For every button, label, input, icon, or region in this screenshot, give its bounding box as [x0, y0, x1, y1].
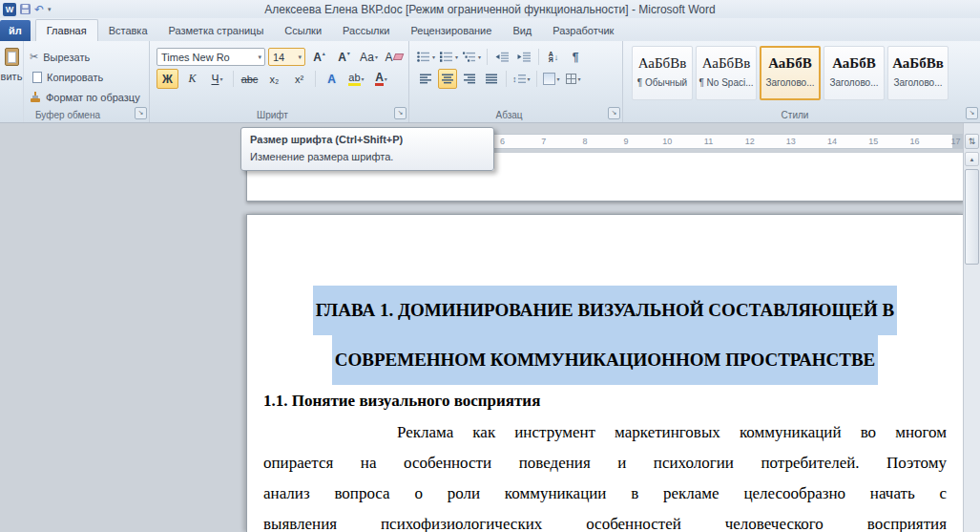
change-case-glyph: Аа — [360, 51, 374, 64]
text-effects-button[interactable]: А — [321, 69, 343, 89]
style-preview: АаБбВв — [702, 53, 751, 73]
multilevel-list-button[interactable]: ▾ — [462, 47, 482, 67]
align-center-button[interactable] — [438, 69, 457, 89]
font-dialog-launcher[interactable]: ↘ — [394, 107, 407, 119]
style-preview: АаБбВ — [832, 53, 876, 73]
text-highlight-button[interactable]: ab ▾ — [345, 69, 367, 89]
shrink-font-button[interactable]: А ▾ — [333, 47, 355, 67]
italic-button[interactable]: К — [181, 69, 203, 89]
scissors-icon: ✂ — [30, 51, 38, 63]
numbering-button[interactable]: ▾ — [439, 47, 459, 67]
style-heading1[interactable]: АаБбВ Заголово... — [760, 46, 821, 100]
show-paragraph-marks-button[interactable]: ¶ — [566, 47, 585, 67]
ruler-number: 15 — [853, 137, 894, 146]
decrease-indent-icon — [495, 52, 509, 62]
tab-home[interactable]: Главная — [35, 19, 98, 42]
chevron-down-icon: ▾ — [219, 75, 222, 82]
chevron-down-icon[interactable]: ▾ — [298, 53, 302, 61]
titlebar: W ↶ ▾ Алексеева Елена ВКР.doc [Режим огр… — [0, 0, 980, 18]
change-case-button[interactable]: Аа ▾ — [358, 47, 380, 67]
tab-references[interactable]: Ссылки — [274, 20, 332, 41]
style-preview: АаБбВ — [768, 53, 812, 73]
grow-font-button[interactable]: А ▴ — [308, 47, 330, 67]
style-heading3[interactable]: АаБбВв Заголово... — [887, 46, 949, 100]
strikethrough-button[interactable]: abc — [239, 69, 261, 89]
font-color-button[interactable]: А ▾ — [370, 69, 392, 89]
copy-label: Копировать — [47, 72, 103, 83]
justify-button[interactable] — [482, 69, 501, 89]
bold-button[interactable]: Ж — [156, 69, 178, 89]
styles-dialog-launcher[interactable]: ↘ — [966, 107, 978, 119]
sort-icon: АЯ — [549, 52, 553, 63]
align-right-icon — [464, 74, 476, 84]
grow-font-glyph: А — [313, 51, 322, 64]
clipboard-dialog-launcher[interactable]: ↘ — [135, 107, 147, 119]
chevron-down-icon: ▾ — [455, 53, 458, 60]
bullets-button[interactable]: ▾ — [416, 47, 436, 67]
align-right-button[interactable] — [460, 69, 479, 89]
ruler-number: 8 — [564, 137, 605, 146]
tab-file[interactable]: йл — [0, 20, 31, 41]
paste-label: вить — [1, 71, 23, 82]
clear-formatting-button[interactable]: А — [383, 47, 405, 67]
superscript-button[interactable]: x² — [288, 69, 310, 89]
chevron-down-icon: ▾ — [432, 53, 435, 60]
chevron-down-icon[interactable]: ▾ — [258, 53, 261, 61]
tab-developer[interactable]: Разработчик — [542, 20, 624, 41]
save-button[interactable] — [20, 4, 31, 14]
line-spacing-button[interactable]: ↕ ▾ — [511, 69, 532, 89]
paragraph-dialog-launcher[interactable]: ↘ — [608, 107, 620, 119]
styles-group: АаБбВв ¶ Обычный АаБбВв ¶ No Spaci... Аа… — [623, 41, 980, 122]
tab-review[interactable]: Рецензирование — [400, 20, 502, 41]
shrink-font-glyph: А — [338, 51, 346, 64]
align-left-button[interactable] — [416, 69, 435, 89]
font-family-select[interactable]: Times New Ro ▾ — [156, 48, 265, 66]
qat-customize-button[interactable]: ▾ — [48, 3, 52, 16]
copy-button[interactable]: Копировать — [30, 69, 140, 85]
word-app-icon[interactable]: W — [3, 3, 16, 16]
undo-button[interactable]: ↶ — [34, 3, 44, 16]
increase-indent-icon — [517, 52, 531, 62]
format-painter-button[interactable]: Формат по образцу — [30, 89, 140, 105]
style-heading2[interactable]: АаБбВ Заголово... — [824, 46, 885, 100]
paragraph-row-1: ▾ ▾ ▾ — [416, 46, 618, 68]
ribbon: вить ✂ Вырезать Копировать Формат по обр… — [0, 41, 980, 123]
tab-mailings[interactable]: Рассылки — [332, 20, 400, 41]
chevron-down-icon: ▾ — [528, 75, 531, 82]
vertical-scrollbar[interactable]: ⇅ ▴ — [963, 123, 980, 532]
body-text-line: Реклама как инструмент маркетинговых ком… — [263, 417, 947, 448]
ruler-toggle-button[interactable]: ⇅ — [965, 134, 979, 149]
eraser-icon — [392, 53, 404, 60]
document-page[interactable]: ГЛАВА 1. ДОМИНИРОВАНИЕ ВИЗУАЛЬНОЙ СОСТАВ… — [246, 214, 964, 532]
cut-label: Вырезать — [43, 52, 90, 63]
scroll-up-button[interactable]: ▴ — [965, 152, 979, 166]
tab-view[interactable]: Вид — [502, 20, 542, 41]
tab-page-layout[interactable]: Разметка страницы — [158, 20, 275, 41]
font-size-select[interactable]: 14 ▾ — [268, 48, 305, 66]
paragraph-row-2: ↕ ▾ ▾ ▾ — [416, 68, 618, 90]
style-label: Заголово... — [766, 77, 815, 88]
subscript-button[interactable]: x₂ — [263, 69, 285, 89]
tab-insert[interactable]: Вставка — [98, 20, 158, 41]
shading-button[interactable]: ▾ — [542, 69, 561, 89]
increase-indent-button[interactable] — [514, 47, 533, 67]
chevron-down-icon: ▾ — [362, 75, 365, 82]
font-size-tooltip: Размер шрифта (Ctrl+Shift+P) Изменение р… — [240, 127, 494, 171]
underline-button[interactable]: Ч ▾ — [206, 69, 228, 89]
style-no-spacing[interactable]: АаБбВв ¶ No Spaci... — [696, 46, 757, 100]
borders-button[interactable]: ▾ — [564, 69, 583, 89]
heading-line: ГЛАВА 1. ДОМИНИРОВАНИЕ ВИЗУАЛЬНОЙ СОСТАВ… — [263, 286, 947, 335]
style-label: ¶ No Spaci... — [699, 77, 753, 88]
paragraph-group: ▾ ▾ ▾ — [409, 41, 623, 122]
ruler-number: 7 — [523, 137, 564, 146]
divider — [506, 71, 507, 87]
body-text-line: выявления психофизиологических особеннос… — [263, 509, 947, 532]
document-heading: ГЛАВА 1. ДОМИНИРОВАНИЕ ВИЗУАЛЬНОЙ СОСТАВ… — [263, 286, 947, 385]
clear-formatting-glyph: А — [385, 51, 392, 64]
style-normal[interactable]: АаБбВв ¶ Обычный — [632, 46, 693, 100]
decrease-indent-button[interactable] — [492, 47, 511, 67]
scrollbar-thumb[interactable] — [965, 169, 979, 265]
sort-button[interactable]: АЯ ↓ — [544, 47, 563, 67]
cut-button[interactable]: ✂ Вырезать — [30, 49, 140, 65]
justify-icon — [486, 74, 498, 84]
